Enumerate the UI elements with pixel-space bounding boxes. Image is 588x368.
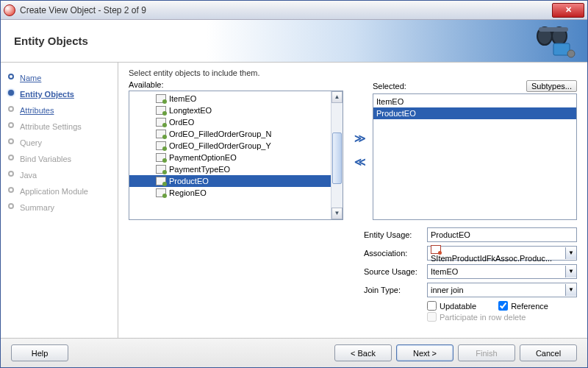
reference-checkbox[interactable] xyxy=(498,301,508,311)
instruction-text: Select entity objects to include them. xyxy=(129,68,577,77)
step-entity-objects[interactable]: Entity Objects xyxy=(5,86,113,102)
chevron-down-icon: ▼ xyxy=(565,284,576,296)
svg-point-4 xyxy=(567,50,575,57)
available-item[interactable]: PaymentOptionEO xyxy=(129,152,343,163)
participate-checkbox xyxy=(427,312,437,322)
app-icon xyxy=(4,4,15,16)
step-attributes[interactable]: Attributes xyxy=(5,102,113,118)
source-usage-value: ItemEO xyxy=(431,267,458,276)
close-button[interactable]: ✕ xyxy=(552,3,584,18)
scroll-down-button[interactable]: ▼ xyxy=(331,208,343,219)
content-area: NameEntity ObjectsAttributesAttribute Se… xyxy=(1,63,587,338)
association-icon xyxy=(431,245,441,254)
subtypes-button[interactable]: Subtypes... xyxy=(526,80,577,92)
source-usage-label: Source Usage: xyxy=(364,267,424,276)
entity-icon xyxy=(156,165,166,174)
join-type-value: inner join xyxy=(431,286,464,294)
entity-usage-label: Entity Usage: xyxy=(364,230,424,239)
entity-icon xyxy=(156,106,166,115)
entity-icon xyxy=(156,188,166,197)
available-item[interactable]: RegionEO xyxy=(129,187,343,199)
entity-usage-input[interactable] xyxy=(427,227,577,242)
selected-item[interactable]: ProductEO xyxy=(373,107,576,119)
main-panel: Select entity objects to include them. A… xyxy=(118,63,587,338)
available-scrollbar[interactable]: ▲ ▼ xyxy=(331,91,343,219)
updatable-checkbox[interactable] xyxy=(427,301,437,311)
available-item[interactable]: LongtextEO xyxy=(129,105,343,116)
entity-icon xyxy=(156,177,166,185)
entity-icon xyxy=(156,153,166,162)
chevron-down-icon: ▼ xyxy=(565,247,576,259)
move-right-button[interactable]: ≫ xyxy=(350,130,366,146)
finish-button[interactable]: Finish xyxy=(458,344,515,361)
shuttle-buttons: ≫ ≪ xyxy=(348,80,368,220)
svg-rect-2 xyxy=(539,27,568,32)
reference-check[interactable]: Reference xyxy=(498,301,548,311)
entity-icon xyxy=(156,94,166,103)
source-usage-select[interactable]: ItemEO ▼ xyxy=(427,264,577,279)
scroll-thumb[interactable] xyxy=(332,132,342,184)
window-title: Create View Object - Step 2 of 9 xyxy=(20,5,552,15)
available-item[interactable]: OrdEO xyxy=(129,116,343,128)
step-application-module: Application Module xyxy=(5,183,113,199)
step-bind-variables: Bind Variables xyxy=(5,151,113,167)
header-decoration xyxy=(528,24,580,58)
shuttle-row: Available: ItemEOLongtextEOOrdEOOrdEO_Fi… xyxy=(129,80,577,220)
available-item[interactable]: OrdEO_FilledOrderGroup_Y xyxy=(129,140,343,152)
step-attribute-settings: Attribute Settings xyxy=(5,118,113,135)
selected-column: Selected: Subtypes... ItemEOProductEO xyxy=(373,80,577,220)
join-type-label: Join Type: xyxy=(364,286,424,294)
button-bar: Help < Back Next > Finish Cancel xyxy=(1,338,587,367)
step-summary: Summary xyxy=(5,199,113,216)
available-item[interactable]: PaymentTypeEO xyxy=(129,163,343,175)
selected-label: Selected: xyxy=(373,82,406,91)
page-title: Entity Objects xyxy=(14,35,88,47)
entity-icon xyxy=(156,118,166,127)
updatable-check[interactable]: Updatable xyxy=(427,301,476,311)
association-label: Association: xyxy=(364,249,424,258)
association-select[interactable]: SItemProductIdFkAssoc.Produc... ▼ xyxy=(427,246,577,261)
selected-item[interactable]: ItemEO xyxy=(373,96,576,107)
entity-icon xyxy=(156,141,166,150)
step-query: Query xyxy=(5,135,113,151)
move-left-button[interactable]: ≪ xyxy=(350,154,366,170)
usage-form: Entity Usage: Association: SItemProductI… xyxy=(129,227,577,322)
titlebar: Create View Object - Step 2 of 9 ✕ xyxy=(1,1,587,20)
available-item[interactable]: ItemEO xyxy=(129,93,343,105)
step-sidebar: NameEntity ObjectsAttributesAttribute Se… xyxy=(1,63,118,338)
wizard-window: Create View Object - Step 2 of 9 ✕ Entit… xyxy=(0,0,588,368)
cancel-button[interactable]: Cancel xyxy=(520,344,577,361)
available-listbox[interactable]: ItemEOLongtextEOOrdEOOrdEO_FilledOrderGr… xyxy=(129,91,343,220)
next-button[interactable]: Next > xyxy=(396,344,453,361)
step-java: Java xyxy=(5,167,113,183)
back-button[interactable]: < Back xyxy=(334,344,392,361)
association-value: SItemProductIdFkAssoc.Produc... xyxy=(431,254,552,263)
participate-check: Participate in row delete xyxy=(427,312,526,322)
available-label: Available: xyxy=(129,80,164,89)
entity-icon xyxy=(156,130,166,138)
join-type-select[interactable]: inner join ▼ xyxy=(427,283,577,297)
help-button[interactable]: Help xyxy=(11,344,68,361)
header-strip: Entity Objects xyxy=(1,20,587,63)
available-column: Available: ItemEOLongtextEOOrdEOOrdEO_Fi… xyxy=(129,80,343,220)
available-item[interactable]: OrdEO_FilledOrderGroup_N xyxy=(129,128,343,140)
step-name[interactable]: Name xyxy=(5,70,113,86)
chevron-down-icon: ▼ xyxy=(565,266,576,277)
selected-listbox[interactable]: ItemEOProductEO xyxy=(373,93,577,220)
available-item[interactable]: ProductEO xyxy=(129,175,343,187)
scroll-up-button[interactable]: ▲ xyxy=(331,91,343,103)
